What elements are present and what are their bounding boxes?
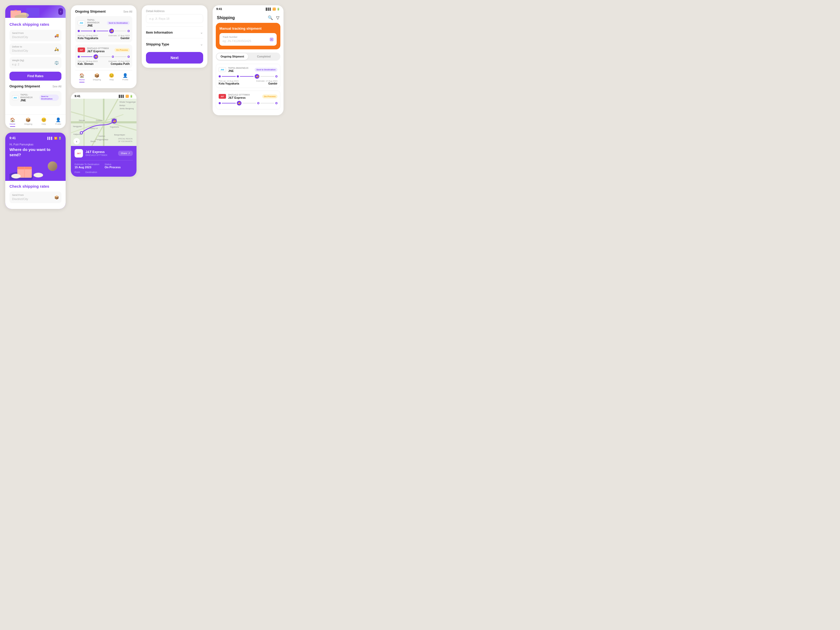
tracking-jne-card[interactable]: JNE TKP01-6M4XNDJX JNE Sent to Destinati… (216, 64, 280, 88)
tracking-header: Shipping 🔍 ▽ (213, 11, 284, 23)
nav-help[interactable]: 😊 Help (41, 117, 46, 127)
map-wifi-icon: 🛜 (125, 95, 129, 98)
jnt-pickup-city: Kab. Sleman (78, 63, 98, 65)
ongoing-help-icon: 😊 (109, 73, 114, 78)
shipping-type-label: Shipping Type (146, 42, 169, 46)
tracking-signal-icon: ▌▌▌ (266, 8, 272, 11)
hero-card: 9:41 ▌▌▌ 🛜 🔋 Hi, Putri Pamungkas Where d… (5, 133, 66, 209)
ongoing-nav-help[interactable]: 😊 Help (109, 73, 114, 82)
detail-addr-input[interactable]: e.g: Jl. Raya 18 (146, 14, 203, 23)
track-number-input[interactable]: eg: JN-T4128X5GH25 (223, 39, 251, 43)
search-icon[interactable]: 🔍 (268, 15, 273, 20)
send-from-input[interactable]: Disctrict/City (12, 35, 28, 39)
nav-help-label: Help (42, 123, 46, 125)
track-id: TKP01-6M4XNDJX (21, 93, 37, 99)
truck-icon: 🚚 (109, 28, 114, 33)
svg-text:OF YOGYAKARTA: OF YOGYAKARTA (118, 141, 133, 142)
jt-carrier-name: J&T Express (85, 150, 115, 154)
nav-home[interactable]: 🏠 Home (10, 117, 15, 127)
tab-ongoing[interactable]: Ongoing Shipment (216, 53, 248, 60)
nav-active-indicator (10, 126, 15, 127)
t-jne-line-3 (261, 76, 274, 77)
svg-text:Panggungharjo: Panggungharjo (96, 139, 108, 141)
jne-status-badge: Sent to Destination (107, 21, 129, 25)
t-jnt-line-1 (222, 103, 236, 103)
ongoing-see-all[interactable]: See All (123, 10, 132, 13)
hero-top: 9:41 ▌▌▌ 🛜 🔋 Hi, Putri Pamungkas Where d… (5, 133, 66, 180)
from-detail: From (74, 171, 80, 174)
hero-send-from-label: Send From (12, 194, 52, 196)
status-value: On Process (104, 166, 120, 169)
estimate-detail: Estimate To Destination 15 Aug 2023 (74, 163, 99, 169)
shipment-jnt[interactable]: J&T DHZ1412-377T890X J&T Express On Proc… (75, 44, 132, 68)
svg-rect-1 (14, 10, 17, 11)
ongoing-help-label: Help (109, 79, 114, 81)
shipping-type-accordion[interactable]: Shipping Type ⌄ (146, 38, 203, 50)
ongoing-shipping-icon: 📦 (94, 73, 99, 78)
jt-logo: J&T (74, 149, 83, 158)
jne-carrier-name: JNE (87, 24, 105, 27)
t-jne-line-1 (222, 76, 236, 77)
ongoing-section-title: Ongoing Shipment (75, 9, 106, 13)
ongoing-nav-shipping[interactable]: 📦 Shipping (93, 73, 101, 82)
see-all-link[interactable]: See All (52, 85, 62, 88)
hero-banner: ↑ (5, 5, 66, 18)
share-btn-label: Share (121, 152, 127, 155)
deliver-to-input[interactable]: Disctrict/City (12, 49, 28, 52)
find-rates-button[interactable]: Find Rates (9, 72, 62, 81)
share-button[interactable]: Share ↗ (118, 151, 133, 156)
svg-text:Bantul: Bantul (90, 141, 96, 142)
nav-home-label: Home (10, 123, 15, 125)
bottom-nav: 🏠 Home 📦 Shipping 😊 Help 👤 Profile (5, 114, 66, 128)
tracking-jne-name: JNE (228, 69, 253, 73)
tracking-jnt-card[interactable]: J&T DHZ1412-377T890X J&T Express On Proc… (216, 90, 280, 109)
tracking-jne-logo: JNE (219, 67, 226, 72)
status-label: Status (104, 163, 120, 166)
jne-pickup-dest: Pick up: 12 Aug 2023 Kota Yogyakarta Est… (78, 35, 129, 39)
deliver-icon: 🛵 (54, 47, 59, 51)
jnt-status-badge: On Process (114, 48, 129, 52)
hero-send-icon: 📦 (54, 195, 59, 199)
ongoing-nav-home[interactable]: 🏠 Home (79, 73, 85, 82)
svg-text:Jambu Bangkong: Jambu Bangkong (120, 107, 134, 110)
jne-pickup-city: Kota Yogyakarta (78, 37, 98, 39)
weight-input[interactable]: e.g: 2 (12, 63, 19, 66)
ongoing-nav-indicator (79, 82, 85, 82)
tracking-jnt-progress: 🚚 (219, 101, 278, 106)
ongoing-title: Ongoing Shipment (9, 84, 40, 88)
jnt-track-id: DHZ1412-377T890X (87, 47, 112, 50)
shipment-item[interactable]: JNE TKP01-6M4XNDJX JNE Sent to Destinati… (9, 91, 62, 106)
filter-icon[interactable]: ▽ (276, 15, 279, 20)
t-jne-pickup-date: Pick up: 12 Aug 2023 (219, 80, 239, 82)
detail-addr-label: Detail Address (146, 9, 203, 13)
next-button[interactable]: Next (146, 52, 203, 63)
hero-bottom: Check shipping rates Send From Disctrict… (5, 181, 66, 209)
svg-text:SPECIAL REGION: SPECIAL REGION (118, 138, 133, 140)
item-information-accordion[interactable]: Item Information ⌄ (146, 26, 203, 38)
hero-svg (5, 5, 58, 18)
home-icon: 🏠 (10, 117, 15, 122)
ongoing-nav-profile[interactable]: 👤 Profile (122, 73, 128, 82)
nav-profile[interactable]: 👤 Profile (55, 117, 61, 127)
tracking-jne-track-id: TKP01-6M4XNDJX (228, 67, 253, 69)
shipment-jne[interactable]: JNE TKP01-6M4XNDJX JNE Sent to Destinati… (75, 16, 132, 42)
track-dot-3 (128, 30, 129, 32)
track-input-box[interactable]: Track Number eg: JN-T4128X5GH25 ⊞ (219, 33, 277, 46)
tracking-status-icons: ▌▌▌ 🛜 🔋 (266, 8, 280, 11)
t-jne-line-2 (240, 76, 254, 77)
jt-panel: J&T J&T Express DHZ1412-377T890X Share ↗… (71, 146, 136, 177)
nav-shipping[interactable]: 📦 Shipping (24, 117, 32, 127)
svg-text:Kasihan: Kasihan (98, 135, 105, 137)
hero-card-title: Check shipping rates (9, 184, 62, 188)
svg-text:Kalipenten: Kalipenten (74, 133, 82, 136)
rates-icon-btn[interactable]: ↑ (58, 8, 63, 15)
t-jne-dot-2 (237, 75, 239, 77)
detail-addr-placeholder: e.g: Jl. Raya 18 (149, 17, 169, 20)
hero-send-from-input[interactable]: Disctrict/City (12, 197, 28, 201)
estimate-label: Estimate To Destination (74, 163, 99, 166)
svg-text:Sleman: Sleman (79, 120, 85, 121)
jnt-line-2 (99, 57, 111, 57)
qr-icon[interactable]: ⊞ (270, 36, 273, 42)
battery-icon: 🔋 (58, 137, 62, 140)
tab-completed[interactable]: Completed (248, 53, 279, 60)
